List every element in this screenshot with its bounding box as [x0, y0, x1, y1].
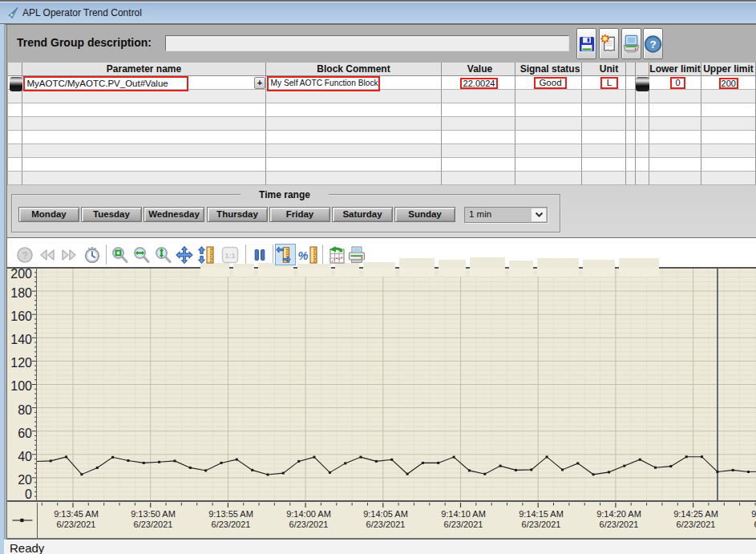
svg-text:%: % [298, 249, 309, 262]
svg-text:?: ? [22, 249, 28, 261]
svg-text:1:1: 1:1 [224, 252, 235, 260]
svg-text:?: ? [649, 38, 656, 50]
